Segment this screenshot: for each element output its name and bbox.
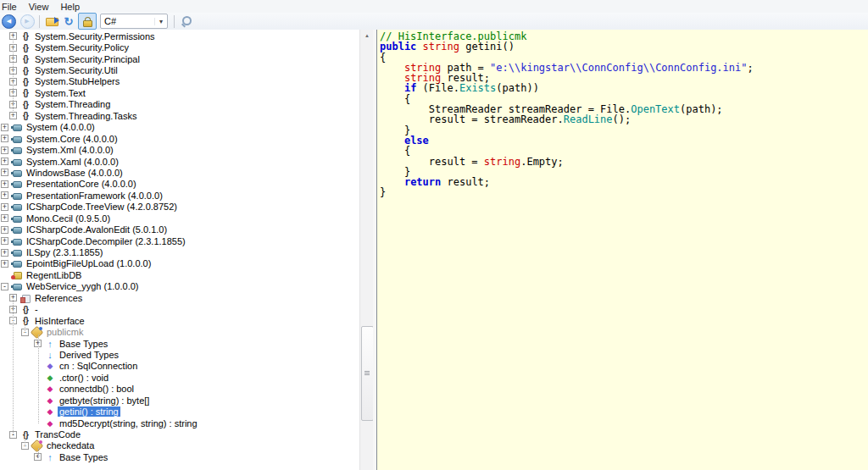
expander-icon[interactable]: + [1,191,8,199]
refresh-button[interactable]: ↻ [61,14,76,29]
assembly-icon [11,134,23,144]
code-line: if (File.Exists(path)) [380,83,868,93]
expander-icon[interactable]: + [1,169,8,176]
tree-item-label: System.Security.Permissions [33,31,157,41]
forward-button[interactable]: ▶ [19,14,35,29]
tree-row[interactable]: +{}- [0,304,359,315]
namespace-icon: {} [19,99,31,109]
tree-row[interactable]: +ICSharpCode.Decompiler (2.3.1.1855) [0,235,359,246]
assembly-icon [11,168,23,178]
references-icon [19,293,31,303]
namespace-icon: {} [19,76,31,86]
tree-row[interactable]: ◆cn : SqlConnection [0,361,359,372]
expander-icon[interactable]: + [1,249,8,257]
tree-item-label: checkedata [45,440,96,451]
tree-item-label: System.Xaml (4.0.0.0) [25,157,120,167]
assembly-icon [11,179,23,189]
search-icon [181,15,192,27]
tree-row[interactable]: +ICSharpCode.TreeView (4.2.0.8752) [0,202,359,213]
code-line: public string getini() [380,41,868,52]
tree-row[interactable]: +System.Xaml (4.0.0.0) [0,156,359,167]
tree-row[interactable]: -{}HisInterface [0,315,359,326]
tree-row[interactable]: ◆getbyte(string) : byte[] [0,395,359,406]
tree-row[interactable]: ◆connectdb() : bool [0,384,359,395]
tree-connector-line [13,36,14,116]
tree-row[interactable]: +System (4.0.0.0) [0,122,359,133]
method-icon: ◆ [44,418,56,429]
tree-row[interactable]: +PresentationFramework (4.0.0.0) [0,190,359,201]
tree-row[interactable]: -WebService_yygh (1.0.0.0) [0,281,359,292]
tree-row[interactable]: +System.Xml (4.0.0.0) [0,144,359,155]
tree-scrollbar[interactable]: ▲ [359,30,374,470]
tree-row[interactable]: ◆.ctor() : void [0,372,359,383]
menu-file[interactable]: File [0,1,23,13]
tree-row[interactable]: ↓Derived Types [0,349,359,360]
tree-connector-line [25,436,25,446]
menu-help[interactable]: Help [54,1,86,13]
assembly-icon [11,145,23,155]
expander-icon[interactable]: + [1,124,8,131]
expander-icon[interactable]: + [1,158,8,165]
show-internal-api-toggle[interactable] [78,13,97,30]
tree-row[interactable]: +ILSpy (2.3.1.1855) [0,246,359,257]
decompiled-code-view[interactable]: // HisInterface.publicmkpublic string ge… [376,30,868,470]
tree-item-label: publicmk [45,327,85,337]
tree-row[interactable]: +Mono.Cecil (0.9.5.0) [0,213,359,224]
tree-row[interactable]: ◆md5Decrypt(string, string) : string [0,417,359,429]
toolbar-separator [174,15,175,28]
tree-row[interactable]: -checkedata [0,440,359,451]
tree-item-label: ICSharpCode.Decompiler (2.3.1.1855) [25,236,187,246]
namespace-icon: {} [19,304,31,314]
tree-row[interactable]: +↑Base Types [0,451,359,462]
tree-item-label: WebService_yygh (1.0.0.0) [25,281,140,291]
expander-icon[interactable]: + [1,214,8,222]
assembly-tree[interactable]: +{}System.Security.Permissions+{}System.… [0,30,359,470]
open-assembly-button[interactable] [44,14,59,29]
tree-row[interactable]: +PresentationCore (4.0.0.0) [0,179,359,190]
tree-row[interactable]: +{}System.Threading.Tasks [0,110,359,121]
language-select-value: C# [101,16,154,26]
scrollbar-thumb[interactable] [361,326,374,421]
back-button[interactable]: ◀ [3,14,18,29]
expander-icon[interactable]: + [1,203,8,211]
assembly-icon [11,247,23,257]
tree-row[interactable]: +{}System.Security.Principal [0,53,359,64]
base-types-icon: ↑ [44,339,56,349]
tree-connector-line [13,298,14,434]
scroll-up-button[interactable]: ▲ [360,30,374,41]
tree-row[interactable]: +{}System.Text [0,87,359,98]
tree-row[interactable]: +{}System.Security.Util [0,64,359,75]
tree-row[interactable]: +↑Base Types [0,338,359,349]
language-select[interactable]: C# ▾ [100,14,168,29]
expander-icon[interactable]: + [1,147,8,154]
tree-item-label: Derived Types [58,350,120,360]
namespace-icon: {} [19,88,31,98]
tree-row[interactable]: RegentLibDB [0,269,359,280]
menu-view[interactable]: View [23,1,55,13]
expander-icon[interactable]: + [1,226,8,234]
search-button[interactable] [179,14,194,29]
assembly-icon [11,258,23,268]
expander-icon[interactable]: + [1,260,8,268]
tree-row[interactable]: +{}System.Threading [0,99,359,110]
tree-row[interactable]: +{}System.StubHelpers [0,76,359,87]
tree-row[interactable]: +References [0,292,359,303]
tree-row[interactable]: ◆getini() : string [0,406,359,417]
tree-row[interactable]: -{}TransCode [0,429,359,440]
namespace-icon: {} [19,65,31,75]
tree-item-label: System.Security.Util [33,65,120,75]
expander-icon[interactable]: + [1,135,8,142]
tree-row[interactable]: -publicmk [0,326,359,337]
tree-row[interactable]: +EpointBigFileUpLoad (1.0.0.0) [0,258,359,269]
tree-item-label: System.Threading [33,99,112,109]
expander-icon[interactable]: + [1,180,8,188]
expander-icon[interactable]: - [1,283,8,290]
tree-row[interactable]: +System.Core (4.0.0.0) [0,133,359,144]
tree-row[interactable]: +ICSharpCode.AvalonEdit (5.0.1.0) [0,224,359,235]
tree-row[interactable]: +{}System.Security.Policy [0,41,359,53]
tree-row[interactable]: +WindowsBase (4.0.0.0) [0,167,359,178]
tree-row[interactable]: +{}System.Security.Permissions [0,30,359,41]
expander-icon[interactable]: + [1,237,8,245]
tree-connector-line [38,448,39,458]
assembly-icon [11,202,23,212]
